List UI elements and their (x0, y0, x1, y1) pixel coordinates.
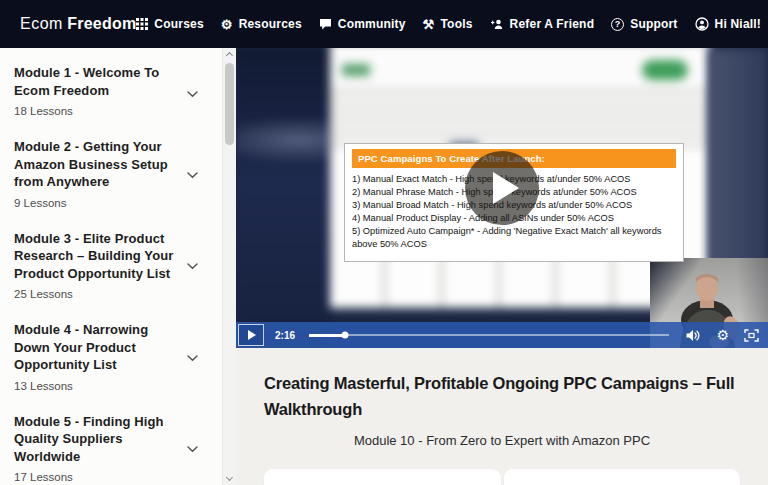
nav-item-label: Tools (440, 17, 472, 31)
play-icon (248, 330, 256, 340)
chevron-down-icon (187, 348, 198, 366)
nav-item-label: Hi Niall! (715, 17, 761, 31)
scrollbar-thumb[interactable] (225, 63, 234, 145)
nav-item-refer-a-friend[interactable]: Refer A Friend (490, 17, 595, 31)
module-title: Module 4 - Narrowing Down Your Product O… (14, 321, 174, 374)
chevron-down-icon (187, 165, 198, 183)
progress-played (309, 334, 345, 337)
tools-icon: ⚒ (423, 18, 435, 31)
arrow-right-icon: → (710, 479, 725, 485)
module-title: Module 1 - Welcome To Ecom Freedom (14, 64, 174, 99)
nav-item-label: Courses (154, 17, 203, 31)
logo-text-bold: Freedom (67, 15, 136, 32)
settings-gear-icon[interactable]: ⚙ (716, 328, 729, 342)
play-overlay-button[interactable] (465, 151, 539, 225)
user-circle-icon (695, 17, 709, 31)
lesson-navigation: ← Previous Lesson Next Lesson → (264, 469, 740, 485)
next-lesson-button[interactable]: Next Lesson → (504, 469, 741, 485)
video-timestamp: 2:16 (275, 330, 295, 341)
nav-item-support[interactable]: ? Support (611, 17, 677, 31)
nav-item-label: Resources (239, 17, 302, 31)
nav-item-label: Refer A Friend (510, 17, 595, 31)
chat-icon (319, 18, 332, 30)
slide-line: 5) Optimized Auto Campaign* - Adding 'Ne… (352, 225, 676, 251)
person-plus-icon (490, 18, 504, 30)
chevron-down-icon (187, 256, 198, 274)
module-title: Module 2 - Getting Your Amazon Business … (14, 138, 174, 191)
chevron-down-icon (187, 84, 198, 102)
sidebar-item-module-3[interactable]: Module 3 - Elite Product Research – Buil… (14, 230, 196, 301)
module-lesson-count: 17 Lessons (14, 471, 174, 483)
question-circle-icon: ? (611, 18, 624, 31)
module-lesson-count: 25 Lessons (14, 288, 174, 300)
sidebar-item-module-5[interactable]: Module 5 - Finding High Quality Supplier… (14, 413, 196, 484)
sidebar-item-module-2[interactable]: Module 2 - Getting Your Amazon Business … (14, 138, 196, 209)
module-lesson-count: 18 Lessons (14, 105, 174, 117)
nav-item-courses[interactable]: Courses (136, 17, 203, 31)
nav-item-label: Support (630, 17, 677, 31)
module-title: Module 5 - Finding High Quality Supplier… (14, 413, 174, 466)
sidebar-item-module-1[interactable]: Module 1 - Welcome To Ecom Freedom 18 Le… (14, 64, 196, 117)
volume-icon[interactable] (685, 329, 701, 342)
video-control-bar: 2:16 ⚙ (236, 322, 768, 348)
nav-item-community[interactable]: Community (319, 17, 406, 31)
previous-lesson-button[interactable]: ← Previous Lesson (264, 469, 501, 485)
progress-bar[interactable] (309, 334, 669, 336)
sidebar-item-module-4[interactable]: Module 4 - Narrowing Down Your Product O… (14, 321, 196, 392)
scrollbar-down-arrow-icon[interactable] (226, 474, 233, 481)
module-lesson-count: 9 Lessons (14, 197, 174, 209)
arrow-left-icon: ← (279, 479, 294, 485)
page-title: Creating Masterful, Profitable Ongoing P… (264, 370, 740, 422)
top-nav-links: Courses ⚙ Resources Community ⚒ Tools (136, 17, 761, 31)
module-title: Module 3 - Elite Product Research – Buil… (14, 230, 174, 283)
scrollbar-up-arrow-icon[interactable] (226, 52, 233, 59)
fullscreen-icon[interactable] (744, 329, 759, 342)
lesson-module-subtitle: Module 10 - From Zero to Expert with Ama… (264, 433, 740, 448)
video-background-left (236, 48, 332, 348)
video-player[interactable]: PPC Campaigns To Create After Launch: 1)… (236, 48, 768, 348)
main-content: PPC Campaigns To Create After Launch: 1)… (236, 48, 768, 485)
play-icon (493, 172, 519, 204)
gear-icon: ⚙ (221, 18, 233, 31)
progress-knob[interactable] (342, 332, 349, 339)
module-lesson-count: 13 Lessons (14, 380, 174, 392)
sidebar-modules: Module 1 - Welcome To Ecom Freedom 18 Le… (0, 48, 236, 485)
top-nav-bar: Ecom Freedom Courses ⚙ Resources Communi… (0, 0, 768, 48)
play-button[interactable] (238, 324, 264, 346)
grid-icon (136, 18, 148, 30)
logo[interactable]: Ecom Freedom (20, 15, 136, 33)
sidebar-scrollbar[interactable] (222, 48, 236, 485)
nav-item-resources[interactable]: ⚙ Resources (221, 17, 302, 31)
logo-text-light: Ecom (20, 15, 63, 32)
lesson-info: Creating Masterful, Profitable Ongoing P… (236, 348, 768, 485)
nav-item-tools[interactable]: ⚒ Tools (423, 17, 473, 31)
nav-item-label: Community (338, 17, 406, 31)
nav-item-account[interactable]: Hi Niall! (695, 17, 761, 31)
chevron-down-icon (187, 439, 198, 457)
